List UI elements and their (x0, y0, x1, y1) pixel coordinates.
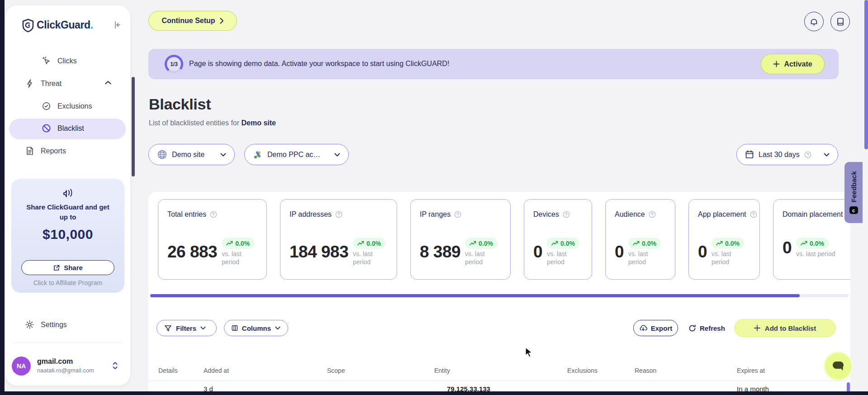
column-header[interactable]: Details (158, 367, 178, 374)
threat-icon (25, 79, 34, 88)
avatar: NA (12, 357, 31, 376)
google-ads-icon (253, 150, 263, 160)
stat-label: App placement (698, 210, 746, 219)
chevron-up-icon[interactable] (105, 81, 111, 85)
activate-button[interactable]: Activate (761, 54, 825, 74)
stats-scrollbar-thumb[interactable] (150, 294, 800, 297)
divider (148, 381, 850, 381)
stat-label: IP addresses (289, 210, 332, 219)
sidebar-scrollbar[interactable] (132, 77, 135, 176)
brand-dot: . (90, 19, 93, 31)
column-header[interactable]: Entity (434, 367, 450, 374)
ppc-account-value: Demo PPC ac… (267, 151, 320, 159)
continue-setup-button[interactable]: Continue Setup (148, 11, 237, 31)
activate-label: Activate (784, 60, 812, 68)
export-button[interactable]: Export (633, 320, 678, 336)
add-to-blacklist-label: Add to Blacklist (765, 324, 816, 332)
setup-progress-step: 1/3 (167, 57, 181, 71)
plus-icon (754, 325, 760, 331)
columns-label: Columns (242, 324, 271, 332)
chevron-down-icon (200, 326, 206, 330)
delta-badge: 0.0% (711, 238, 744, 249)
sidebar-item-reports[interactable]: Reports (25, 146, 66, 156)
external-link-icon (53, 264, 60, 271)
megaphone-icon (62, 188, 74, 200)
add-to-blacklist-button[interactable]: Add to Blacklist (734, 319, 836, 337)
share-button-label: Share (64, 264, 83, 271)
site-selector[interactable]: Demo site (148, 144, 235, 165)
sidebar-item-exclusions[interactable]: Exclusions (42, 101, 92, 111)
screen-left-edge (0, 0, 5, 395)
stat-card: Domain placement 0 0.0% vs. last period (773, 199, 850, 280)
notifications-button[interactable] (804, 12, 824, 31)
blacklist-panel: Total entries 26 883 0.0% vs. last perio… (148, 192, 850, 395)
sidebar-item-label: Blacklist (57, 124, 84, 133)
trend-up-icon (226, 241, 233, 246)
promo-headline: Share ClickGuard and get up to (23, 202, 113, 222)
sidebar-item-settings[interactable]: Settings (25, 320, 67, 329)
feedback-smiley-icon: c (849, 206, 858, 214)
page-scrollbar-thumb[interactable] (864, 0, 868, 149)
help-icon[interactable] (563, 211, 570, 218)
trend-up-icon (470, 241, 476, 246)
plus-icon (773, 61, 780, 67)
column-header[interactable]: Added at (204, 367, 229, 374)
export-label: Export (651, 324, 673, 332)
sidebar-item-label: Reports (41, 147, 66, 155)
vs-last-period-label: vs. last period (465, 250, 501, 266)
stat-value: 8 389 (420, 243, 460, 260)
document-icon (25, 146, 34, 156)
delta-badge: 0.0% (353, 238, 385, 249)
stat-label: IP ranges (420, 210, 451, 219)
delta-badge: 0.0% (628, 238, 661, 249)
filters-button[interactable]: Filters (157, 320, 217, 336)
help-icon[interactable] (454, 211, 461, 218)
column-header[interactable]: Scope (327, 367, 345, 374)
account-switcher[interactable]: NA gmail.com naatali.ro@gmail.com (12, 357, 125, 377)
sidebar-item-blacklist[interactable]: Blacklist (42, 124, 84, 133)
delta-value: 0.0% (479, 240, 493, 247)
help-icon[interactable] (210, 211, 217, 218)
column-header[interactable]: Reason (635, 367, 656, 374)
page-title: Blacklist (149, 95, 211, 113)
delta-badge: 0.0% (796, 238, 829, 249)
column-header[interactable]: Exclusions (567, 367, 598, 374)
ppc-account-selector[interactable]: Demo PPC ac… (244, 144, 349, 165)
docs-button[interactable] (830, 12, 850, 31)
help-icon[interactable] (335, 211, 342, 218)
trend-up-icon (633, 241, 640, 246)
help-icon[interactable] (649, 211, 656, 218)
help-icon[interactable] (804, 151, 811, 158)
badge-check-icon (42, 101, 51, 111)
date-range-selector[interactable]: Last 30 days (736, 144, 838, 165)
columns-icon (232, 324, 238, 332)
sidebar-item-clicks[interactable]: Clicks (42, 56, 77, 66)
sidebar-collapse-icon[interactable] (112, 20, 122, 30)
refresh-icon (688, 324, 696, 332)
stat-value: 0 (783, 239, 792, 256)
screen-bottom-edge (0, 391, 868, 395)
column-header[interactable]: Expires at (737, 367, 765, 374)
clickguard-shield-icon (22, 19, 34, 32)
refresh-button[interactable]: Refresh (688, 320, 725, 336)
vs-last-period-label: vs. last period (353, 250, 388, 266)
columns-button[interactable]: Columns (224, 320, 288, 336)
trend-up-icon (551, 241, 558, 246)
sidebar-item-label: Exclusions (57, 102, 92, 110)
chevron-down-icon (275, 326, 280, 330)
sidebar-item-threat[interactable]: Threat (25, 79, 62, 88)
chat-widget-button[interactable] (824, 352, 853, 381)
account-workspace: gmail.com (37, 357, 73, 366)
app-window: ClickGuard. Clicks Threat (0, 0, 868, 395)
trend-up-icon (716, 241, 723, 246)
stat-card: IP ranges 8 389 0.0% vs. last period (410, 199, 511, 280)
stat-value: 26 883 (167, 243, 217, 260)
help-icon[interactable] (750, 211, 757, 218)
share-button[interactable]: Share (21, 260, 114, 275)
stat-card: Devices 0 0.0% vs. last period (524, 199, 592, 280)
promo-footer[interactable]: Click to Affiliate Program (11, 279, 124, 286)
bell-icon (810, 17, 818, 26)
brand-logo[interactable]: ClickGuard. (22, 18, 122, 33)
delta-value: 0.0% (560, 240, 575, 247)
feedback-tab[interactable]: Feedback c (844, 162, 863, 223)
